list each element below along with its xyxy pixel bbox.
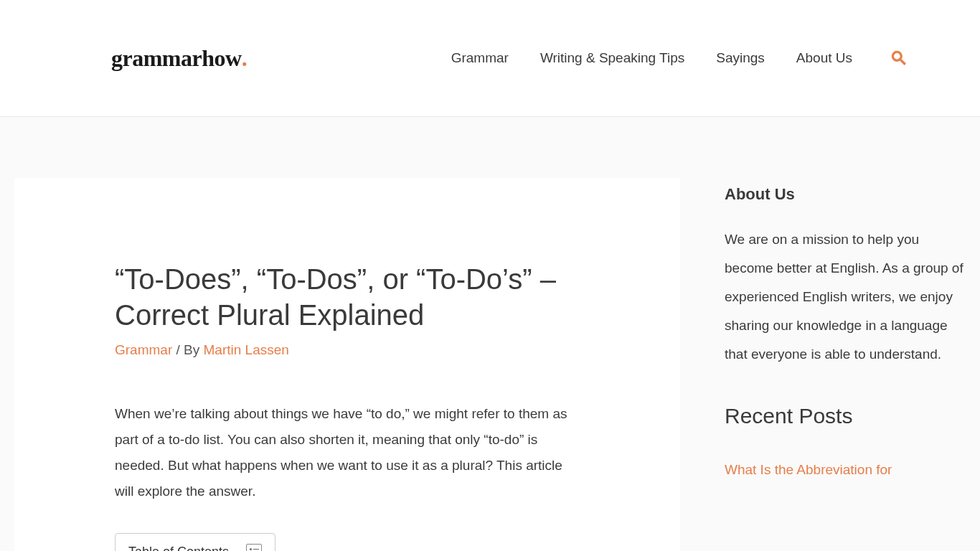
nav-link-writing[interactable]: Writing & Speaking Tips xyxy=(540,50,684,66)
primary-nav: Grammar Writing & Speaking Tips Sayings … xyxy=(451,49,908,67)
logo-text: grammarhow xyxy=(111,45,242,72)
nav-link-about[interactable]: About Us xyxy=(796,50,852,66)
widget-about: About Us We are on a mission to help you… xyxy=(725,185,966,368)
widget-about-title: About Us xyxy=(725,185,966,204)
page-container: “To-Does”, “To-Dos”, or “To-Do’s” – Corr… xyxy=(0,117,980,551)
toc-toggle-icon xyxy=(246,544,262,551)
widget-recent-title: Recent Posts xyxy=(725,404,966,428)
sidebar: About Us We are on a mission to help you… xyxy=(725,178,966,551)
nav-link-grammar[interactable]: Grammar xyxy=(451,50,509,66)
widget-about-text: We are on a mission to help you become b… xyxy=(725,225,966,368)
article-category-link[interactable]: Grammar xyxy=(115,342,172,357)
site-logo[interactable]: grammarhow. xyxy=(111,45,248,72)
article-body: When we’re talking about things we have … xyxy=(115,401,580,504)
nav-link-sayings[interactable]: Sayings xyxy=(716,50,765,66)
toc-label: Table of Contents xyxy=(128,545,229,551)
table-of-contents[interactable]: Table of Contents xyxy=(115,533,275,551)
article-meta: Grammar / By Martin Lassen xyxy=(115,342,580,358)
meta-sep: / By xyxy=(172,342,203,357)
article-title: “To-Does”, “To-Dos”, or “To-Do’s” – Corr… xyxy=(115,261,580,333)
site-header: grammarhow. Grammar Writing & Speaking T… xyxy=(0,0,980,117)
logo-dot: . xyxy=(242,45,248,72)
search-icon[interactable] xyxy=(890,49,908,67)
article: “To-Does”, “To-Dos”, or “To-Do’s” – Corr… xyxy=(14,178,680,551)
article-author-link[interactable]: Martin Lassen xyxy=(204,342,289,357)
widget-recent-posts: Recent Posts What Is the Abbreviation fo… xyxy=(725,404,966,483)
recent-post-link[interactable]: What Is the Abbreviation for xyxy=(725,457,966,483)
